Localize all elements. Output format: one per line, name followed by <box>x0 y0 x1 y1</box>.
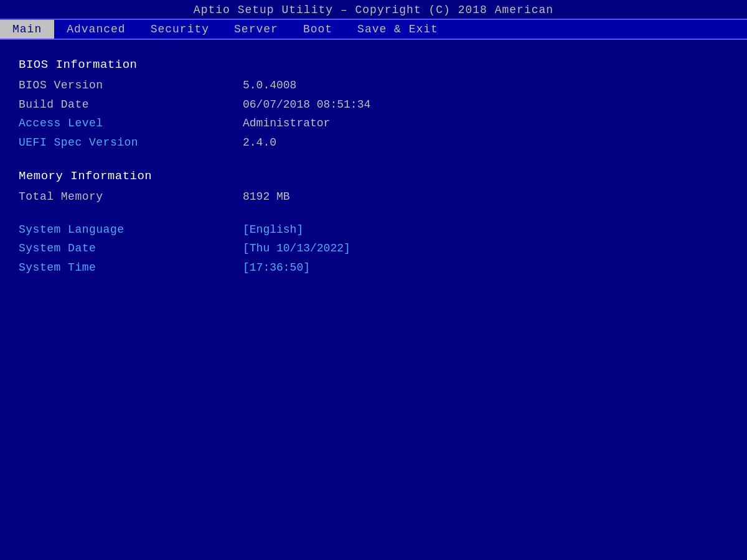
system-language-row[interactable]: System Language [English] <box>19 220 728 240</box>
build-date-value: 06/07/2018 08:51:34 <box>243 95 370 114</box>
build-date-row: Build Date 06/07/2018 08:51:34 <box>19 95 728 114</box>
system-time-label: System Time <box>19 258 243 278</box>
system-date-value: [Thu 10/13/2022] <box>243 239 350 258</box>
build-date-label: Build Date <box>19 95 243 114</box>
menu-bar: MainAdvancedSecurityServerBootSave & Exi… <box>0 19 747 40</box>
menu-item-save-exit[interactable]: Save & Exit <box>345 20 451 39</box>
menu-item-advanced[interactable]: Advanced <box>54 20 138 39</box>
menu-item-server[interactable]: Server <box>222 20 291 39</box>
bios-version-label: BIOS Version <box>19 76 243 95</box>
access-level-row: Access Level Administrator <box>19 114 728 133</box>
total-memory-row: Total Memory 8192 MB <box>19 187 728 207</box>
total-memory-value: 8192 MB <box>243 187 290 207</box>
system-time-row[interactable]: System Time [17:36:50] <box>19 258 728 278</box>
menu-item-main[interactable]: Main <box>0 20 54 39</box>
menu-item-boot[interactable]: Boot <box>291 20 345 39</box>
system-section: System Language [English] System Date [T… <box>19 220 728 278</box>
memory-section: Memory Information Total Memory 8192 MB <box>19 166 728 207</box>
system-date-row[interactable]: System Date [Thu 10/13/2022] <box>19 239 728 258</box>
system-language-label: System Language <box>19 220 243 240</box>
system-language-value: [English] <box>243 220 303 240</box>
main-content: BIOS Information BIOS Version 5.0.4008 B… <box>0 40 747 292</box>
title-text: Aptio Setup Utility – Copyright (C) 2018… <box>194 4 553 16</box>
bios-section: BIOS Information BIOS Version 5.0.4008 B… <box>19 55 728 152</box>
bios-version-value: 5.0.4008 <box>243 76 296 95</box>
menu-item-security[interactable]: Security <box>138 20 222 39</box>
access-level-label: Access Level <box>19 114 243 133</box>
system-time-value: [17:36:50] <box>243 258 310 278</box>
access-level-value: Administrator <box>243 114 330 133</box>
system-date-label: System Date <box>19 239 243 258</box>
uefi-spec-row: UEFI Spec Version 2.4.0 <box>19 133 728 152</box>
uefi-spec-value: 2.4.0 <box>243 133 276 152</box>
memory-section-header: Memory Information <box>19 166 728 186</box>
uefi-spec-label: UEFI Spec Version <box>19 133 243 152</box>
bios-version-row: BIOS Version 5.0.4008 <box>19 76 728 95</box>
bios-section-header: BIOS Information <box>19 55 728 75</box>
title-bar: Aptio Setup Utility – Copyright (C) 2018… <box>0 0 747 19</box>
total-memory-label: Total Memory <box>19 187 243 207</box>
